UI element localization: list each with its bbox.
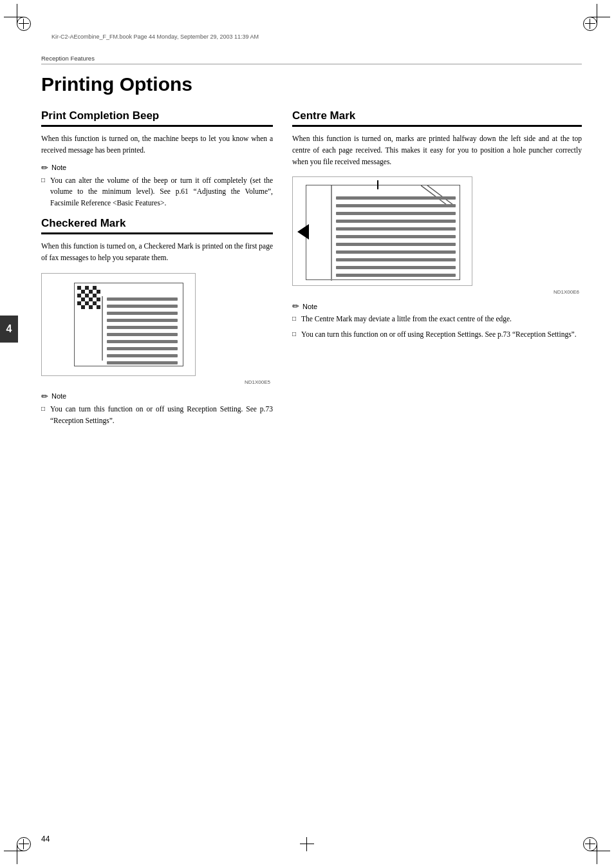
svg-rect-19 [81, 297, 85, 301]
note-label-3: ✏ Note [292, 301, 582, 311]
section-checkered-mark-header: Checkered Mark [41, 217, 273, 234]
corner-circle-tl [17, 17, 31, 31]
note-item-3-2: You can turn this function on or off usi… [292, 329, 582, 341]
checkered-pattern [77, 286, 100, 309]
svg-rect-9 [89, 290, 93, 294]
svg-rect-0 [77, 286, 81, 290]
checkered-svg [77, 286, 100, 309]
fax-page-checkered [74, 283, 183, 366]
chapter-number: 4 [6, 323, 12, 335]
section-label: Reception Features [41, 55, 582, 64]
corner-circle-br [583, 837, 597, 851]
two-column-layout: Print Completion Beep When this function… [41, 109, 582, 434]
svg-rect-26 [85, 301, 89, 305]
bottom-center-cross [301, 838, 313, 850]
centre-mark-note: ✏ Note The Centre Mark may deviate a lit… [292, 301, 582, 341]
checkered-diagram-label: ND1X00E5 [41, 379, 273, 386]
svg-rect-6 [77, 290, 81, 294]
svg-rect-10 [93, 290, 97, 294]
pencil-icon-2: ✏ [41, 392, 48, 401]
right-column: Centre Mark When this function is turned… [292, 109, 582, 434]
svg-rect-25 [81, 301, 85, 305]
note-item-2-1: You can turn this function on or off usi… [41, 404, 273, 427]
svg-rect-1 [81, 286, 85, 290]
svg-rect-5 [97, 286, 100, 290]
svg-rect-29 [97, 301, 100, 305]
svg-rect-34 [93, 305, 97, 309]
fax-page-centre [306, 185, 460, 280]
left-column: Print Completion Beep When this function… [41, 109, 273, 434]
svg-rect-15 [89, 294, 93, 297]
svg-rect-27 [89, 301, 93, 305]
note-label-2: ✏ Note [41, 392, 273, 401]
checkered-mark-note: ✏ Note You can turn this function on or … [41, 392, 273, 427]
centre-mark-body: When this function is turned on, marks a… [292, 133, 582, 167]
pencil-icon-1: ✏ [41, 163, 48, 173]
pencil-icon-3: ✏ [292, 301, 299, 311]
svg-rect-16 [93, 294, 97, 297]
svg-rect-18 [77, 297, 81, 301]
svg-rect-4 [93, 286, 97, 290]
centre-mark-arrow [297, 224, 309, 240]
svg-rect-30 [77, 305, 81, 309]
chapter-tab: 4 [0, 316, 18, 343]
page-number: 44 [41, 835, 50, 844]
svg-rect-21 [89, 297, 93, 301]
svg-rect-24 [77, 301, 81, 305]
corner-circle-bl [17, 837, 31, 851]
note-label-1: ✏ Note [41, 163, 273, 173]
svg-rect-11 [97, 290, 100, 294]
centre-mark-diagram [292, 176, 472, 286]
checkered-mark-diagram [41, 273, 196, 376]
svg-rect-28 [93, 301, 97, 305]
main-content: Reception Features Printing Options Prin… [41, 55, 582, 829]
note-item-1-1: You can alter the volume of the beep or … [41, 175, 273, 209]
svg-rect-17 [97, 294, 100, 297]
svg-rect-12 [77, 294, 81, 297]
svg-rect-31 [81, 305, 85, 309]
svg-rect-33 [89, 305, 93, 309]
centre-diagram-label: ND1X00E6 [292, 288, 582, 296]
print-completion-beep-body: When this function is turned on, the mac… [41, 133, 273, 156]
corner-circle-tr [583, 17, 597, 31]
svg-rect-20 [85, 297, 89, 301]
svg-rect-32 [85, 305, 89, 309]
svg-rect-13 [81, 294, 85, 297]
svg-rect-23 [97, 297, 100, 301]
svg-rect-22 [93, 297, 97, 301]
checkered-mark-body: When this function is turned on, a Check… [41, 241, 273, 264]
svg-rect-2 [85, 286, 89, 290]
note-item-3-1: The Centre Mark may deviate a little fro… [292, 314, 582, 325]
svg-rect-7 [81, 290, 85, 294]
svg-rect-8 [85, 290, 89, 294]
section-centre-mark-header: Centre Mark [292, 109, 582, 127]
file-info: Kir-C2-AEcombine_F_FM.book Page 44 Monda… [51, 33, 563, 40]
section-print-completion-beep-header: Print Completion Beep [41, 109, 273, 127]
svg-rect-3 [89, 286, 93, 290]
centre-mark-top-line [377, 180, 378, 189]
svg-rect-14 [85, 294, 89, 297]
svg-rect-35 [97, 305, 100, 309]
page-title: Printing Options [41, 73, 582, 95]
print-completion-beep-note: ✏ Note You can alter the volume of the b… [41, 163, 273, 209]
